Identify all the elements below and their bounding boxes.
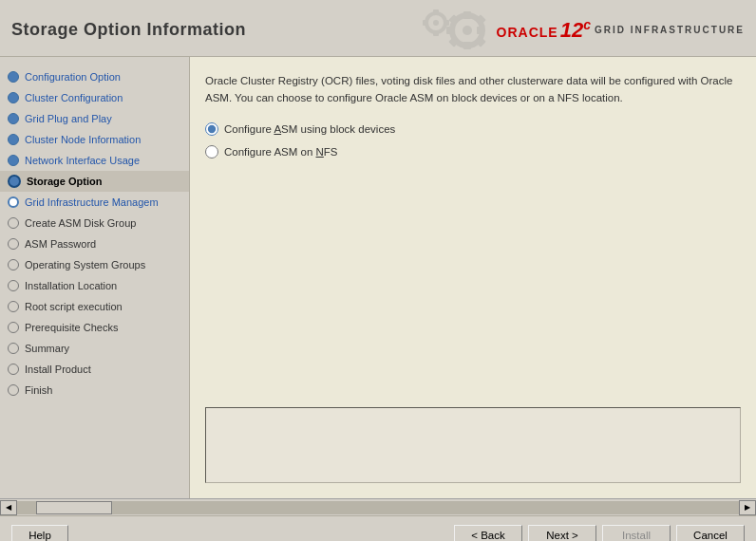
sidebar-dot xyxy=(8,343,19,354)
sidebar-item-prerequisite-checks: Prerequisite Checks xyxy=(0,317,189,338)
next-button[interactable]: Next > xyxy=(528,525,596,542)
sidebar-dot xyxy=(8,92,19,103)
gear-decoration xyxy=(415,4,491,56)
header-title: Storage Option Information xyxy=(11,20,246,40)
sidebar-label: Prerequisite Checks xyxy=(25,322,118,333)
sidebar-dot xyxy=(8,113,19,124)
sidebar-item-create-asm-disk-group: Create ASM Disk Group xyxy=(0,213,189,233)
sidebar-label: Operating System Groups xyxy=(25,259,145,270)
sidebar-item-root-script-execution: Root script execution xyxy=(0,296,189,317)
svg-rect-13 xyxy=(433,30,439,36)
sidebar-dot xyxy=(8,196,19,208)
sidebar-dot xyxy=(8,238,19,250)
sidebar-dot xyxy=(8,71,19,83)
sidebar-label: Grid Infrastructure Managem xyxy=(25,196,159,208)
svg-rect-12 xyxy=(433,9,439,15)
sidebar-dot xyxy=(8,322,19,333)
sidebar-item-grid-infra-management[interactable]: Grid Infrastructure Managem xyxy=(0,192,189,213)
svg-rect-15 xyxy=(444,20,449,26)
svg-point-1 xyxy=(463,26,472,35)
cancel-button[interactable]: Cancel xyxy=(676,525,745,542)
sidebar-label: Network Interface Usage xyxy=(25,155,140,166)
svg-rect-4 xyxy=(446,27,454,34)
sidebar-item-installation-location: Installation Location xyxy=(0,275,189,296)
sidebar-dot xyxy=(8,155,19,166)
horizontal-scrollbar[interactable]: ◀ ▶ xyxy=(0,498,756,515)
back-button[interactable]: < Back xyxy=(454,525,522,542)
sidebar-item-cluster-configuration[interactable]: Cluster Configuration xyxy=(0,87,189,108)
sidebar-item-finish: Finish xyxy=(0,380,189,401)
scroll-arrow-left[interactable]: ◀ xyxy=(0,500,17,515)
sidebar-item-cluster-node-info[interactable]: Cluster Node Information xyxy=(0,129,189,150)
main-container: Configuration Option Cluster Configurati… xyxy=(0,57,756,498)
footer: Help < Back Next > Install Cancel xyxy=(0,515,756,541)
oracle-brand-text: ORACLE xyxy=(497,25,558,40)
oracle-subtitle: GRID INFRASTRUCTURE xyxy=(595,25,745,35)
header-logo-area: ORACLE 12c GRID INFRASTRUCTURE xyxy=(415,4,745,56)
svg-rect-5 xyxy=(477,27,484,34)
radio-block-devices[interactable] xyxy=(205,122,218,136)
sidebar-dot xyxy=(8,301,19,312)
content-spacer xyxy=(205,159,741,407)
sidebar-item-asm-password: ASM Password xyxy=(0,233,189,254)
svg-rect-14 xyxy=(423,20,428,26)
content-area: Oracle Cluster Registry (OCR) files, vot… xyxy=(190,57,756,498)
svg-rect-2 xyxy=(463,11,471,19)
sidebar-label: Cluster Configuration xyxy=(25,92,123,103)
content-description: Oracle Cluster Registry (OCR) files, vot… xyxy=(205,72,741,107)
sidebar-dot xyxy=(8,280,19,291)
sidebar-item-grid-plug-play[interactable]: Grid Plug and Play xyxy=(0,108,189,129)
scroll-thumb[interactable] xyxy=(36,501,112,514)
sidebar-label: Finish xyxy=(25,384,52,396)
radio-label-block-devices: Configure ASM using block devices xyxy=(224,123,395,135)
sidebar-label: ASM Password xyxy=(25,238,96,250)
sidebar-item-summary: Summary xyxy=(0,338,189,359)
sidebar-label: Install Product xyxy=(25,364,91,375)
sidebar-label: Root script execution xyxy=(25,301,123,312)
oracle-version: 12c xyxy=(560,17,591,43)
radio-option-block-devices[interactable]: Configure ASM using block devices xyxy=(205,122,741,136)
oracle-logo: ORACLE 12c GRID INFRASTRUCTURE xyxy=(497,17,745,43)
header: Storage Option Information xyxy=(0,0,756,57)
scroll-track[interactable] xyxy=(17,501,739,514)
storage-options-group: Configure ASM using block devices Config… xyxy=(205,122,741,159)
sidebar-dot xyxy=(8,384,19,396)
help-button[interactable]: Help xyxy=(11,525,68,542)
sidebar: Configuration Option Cluster Configurati… xyxy=(0,57,190,498)
sidebar-label: Configuration Option xyxy=(25,71,121,83)
svg-point-11 xyxy=(433,20,439,26)
sidebar-label-active: Storage Option xyxy=(27,176,102,187)
sidebar-dot xyxy=(8,217,19,229)
sidebar-item-network-interface-usage[interactable]: Network Interface Usage xyxy=(0,150,189,171)
footer-right-buttons: < Back Next > Install Cancel xyxy=(454,525,745,542)
radio-option-nfs[interactable]: Configure ASM on NFS xyxy=(205,145,741,159)
sidebar-item-install-product: Install Product xyxy=(0,359,189,380)
sidebar-label: Installation Location xyxy=(25,280,117,291)
scroll-arrow-right[interactable]: ▶ xyxy=(739,500,756,515)
log-area xyxy=(205,407,741,483)
sidebar-dot-active xyxy=(8,175,21,188)
radio-label-nfs: Configure ASM on NFS xyxy=(224,146,338,158)
sidebar-label: Cluster Node Information xyxy=(25,134,141,145)
sidebar-label: Summary xyxy=(25,343,69,354)
sidebar-item-operating-system-groups: Operating System Groups xyxy=(0,254,189,275)
sidebar-dot xyxy=(8,134,19,145)
sidebar-dot xyxy=(8,259,19,270)
sidebar-label: Grid Plug and Play xyxy=(25,113,112,124)
sidebar-item-configuration-option[interactable]: Configuration Option xyxy=(0,66,189,87)
sidebar-label: Create ASM Disk Group xyxy=(25,217,136,229)
radio-nfs[interactable] xyxy=(205,145,218,159)
install-button[interactable]: Install xyxy=(602,525,671,542)
sidebar-dot xyxy=(8,364,19,375)
svg-rect-3 xyxy=(463,42,471,49)
sidebar-item-storage-option[interactable]: Storage Option xyxy=(0,171,189,192)
